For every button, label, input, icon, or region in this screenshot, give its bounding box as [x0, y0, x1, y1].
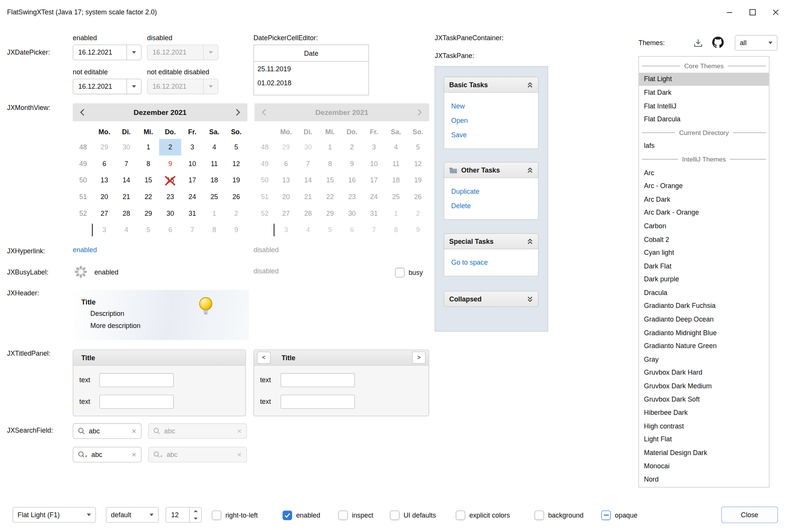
day-cell[interactable]: 29 [93, 139, 115, 155]
theme-item[interactable]: Dark purple [639, 273, 769, 286]
taskpane-link[interactable]: Open [451, 113, 531, 128]
theme-filter-combo[interactable]: all [735, 35, 777, 51]
collapse-icon[interactable] [527, 167, 533, 173]
theme-item[interactable]: Carbon [639, 219, 769, 232]
datepicker-not-editable[interactable]: 16.12.2021 [73, 79, 142, 94]
day-cell[interactable]: 29 [137, 205, 159, 222]
checkbox-enabled[interactable]: enabled [283, 510, 320, 520]
left-button[interactable]: < [257, 352, 271, 364]
day-cell[interactable]: 11 [203, 155, 225, 172]
theme-item[interactable]: Monocai [639, 459, 769, 472]
day-cell[interactable]: 28 [115, 205, 137, 222]
theme-item[interactable]: Gruvbox Dark Soft [639, 392, 769, 406]
table-row[interactable]: 25.11.2019 [254, 62, 368, 76]
checkbox-inspect[interactable]: inspect [338, 510, 373, 520]
checkbox-box[interactable] [535, 510, 544, 520]
theme-item[interactable]: Gray [639, 353, 769, 366]
day-cell[interactable]: 31 [181, 205, 203, 222]
theme-item[interactable]: Gradianto Dark Fuchsia [639, 299, 769, 312]
day-cell[interactable]: 21 [115, 188, 137, 205]
text-field[interactable] [280, 395, 355, 409]
search-input[interactable]: abc [91, 451, 128, 458]
theme-item[interactable]: Material Design Dark [639, 446, 769, 459]
theme-item[interactable]: Arc Dark [639, 193, 769, 206]
font-size-spinner[interactable]: 12 [165, 507, 201, 523]
next-month-icon[interactable] [235, 108, 240, 116]
day-cell[interactable]: 19 [225, 172, 247, 189]
day-cell[interactable]: 24 [181, 188, 203, 205]
theme-item[interactable]: Flat IntelliJ [639, 99, 769, 113]
day-cell[interactable]: 17 [181, 172, 203, 189]
day-cell[interactable]: 26 [225, 188, 247, 205]
datepicker-dropdown-button[interactable] [126, 79, 141, 94]
theme-item[interactable]: Arc [639, 166, 769, 179]
day-cell[interactable]: 5 [225, 139, 247, 155]
spinner-down-button[interactable] [190, 515, 201, 522]
clear-icon[interactable]: ✕ [131, 451, 136, 458]
checkbox-ui-defaults[interactable]: UI defaults [390, 510, 436, 520]
day-cell[interactable]: 4 [203, 139, 225, 155]
day-cell[interactable]: 16 [159, 172, 181, 189]
day-cell[interactable]: 3 [93, 222, 115, 239]
day-cell[interactable]: 6 [159, 222, 181, 239]
taskpane-header[interactable]: Collapsed [444, 291, 538, 307]
day-cell[interactable]: 5 [137, 222, 159, 239]
day-cell[interactable]: 7 [115, 155, 137, 172]
checkbox-right-to-left[interactable]: right-to-left [212, 510, 258, 520]
datepicker-dropdown-button[interactable] [126, 45, 141, 60]
day-cell[interactable]: 23 [159, 188, 181, 205]
clear-icon[interactable]: ✕ [131, 428, 136, 435]
day-cell[interactable]: 4 [115, 222, 137, 239]
theme-item[interactable]: Arc - Orange [639, 179, 769, 193]
expand-icon[interactable] [527, 296, 533, 302]
taskpane-header[interactable]: Special Tasks [444, 233, 538, 249]
theme-item[interactable]: Flat Darcula [639, 113, 769, 126]
datepicker-value[interactable]: 16.12.2021 [73, 45, 126, 60]
theme-item[interactable]: Dark Flat [639, 259, 769, 273]
theme-item[interactable]: Cyan light [639, 246, 769, 259]
checkbox-opaque[interactable]: opaque [601, 510, 637, 520]
day-cell[interactable]: 30 [115, 139, 137, 155]
checkbox-box[interactable] [338, 510, 348, 520]
theme-item[interactable]: Gradianto Deep Ocean [639, 312, 769, 326]
theme-item[interactable]: Flat Dark [639, 86, 769, 99]
hyperlink-enabled[interactable]: enabled [73, 246, 97, 254]
day-cell[interactable]: 2 [159, 139, 181, 155]
day-cell[interactable]: 2 [225, 205, 247, 222]
checkbox-box[interactable] [390, 510, 400, 520]
day-cell[interactable]: 15 [137, 172, 159, 189]
theme-item[interactable]: High contrast [639, 419, 769, 433]
theme-list[interactable]: Core ThemesFlat LightFlat DarkFlat Intel… [638, 56, 769, 488]
theme-item[interactable]: Dracula [639, 286, 769, 299]
day-cell[interactable]: 8 [137, 155, 159, 172]
github-icon[interactable] [712, 37, 724, 48]
taskpane-link[interactable]: New [451, 99, 531, 113]
day-cell[interactable]: 20 [93, 188, 115, 205]
close-button[interactable]: Close [721, 507, 778, 523]
taskpane-header[interactable]: Basic Tasks [444, 77, 538, 93]
taskpane-link[interactable]: Save [451, 128, 531, 142]
day-cell[interactable]: 1 [203, 205, 225, 222]
download-icon[interactable] [693, 38, 703, 48]
style-combo[interactable]: default [106, 507, 159, 523]
day-cell[interactable]: 12 [225, 155, 247, 172]
taskpane-link[interactable]: Delete [451, 199, 531, 213]
checkbox-box[interactable] [601, 510, 611, 520]
theme-item[interactable]: Light Flat [639, 433, 769, 446]
day-cell[interactable]: 13 [93, 172, 115, 189]
day-cell[interactable]: 22 [137, 188, 159, 205]
maximize-button[interactable] [741, 0, 764, 24]
checkbox-box[interactable] [212, 510, 221, 520]
text-field[interactable] [99, 373, 174, 387]
checkbox-busy[interactable]: busy [395, 267, 423, 277]
day-cell[interactable]: 9 [159, 155, 181, 172]
text-field[interactable] [99, 395, 174, 409]
theme-item[interactable]: Gruvbox Dark Hard [639, 366, 769, 379]
table-row[interactable]: 01.02.2018 [254, 76, 368, 90]
search-input[interactable]: abc [89, 427, 128, 435]
theme-item[interactable]: Hiberbee Dark [639, 406, 769, 419]
search-field-with-menu[interactable]: abc ✕ [73, 447, 142, 463]
checkbox-background[interactable]: background [535, 510, 584, 520]
day-cell[interactable]: 25 [203, 188, 225, 205]
theme-item[interactable]: Flat Light [639, 72, 769, 86]
